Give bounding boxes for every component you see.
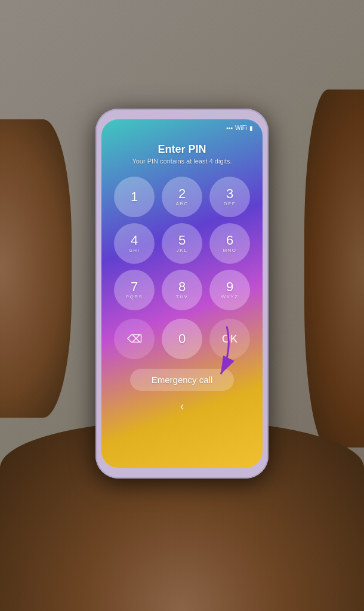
battery-icon: ▮ [249,125,253,131]
key-7-number: 7 [131,280,138,294]
status-bar: ▪▪▪ WiFi ▮ [101,119,263,136]
keypad: 1 2 ABC 3 DEF 4 GHI 5 JKL [101,168,263,319]
key-2[interactable]: 2 ABC [162,177,202,217]
key-8[interactable]: 8 TUV [162,270,202,310]
hand-left [0,119,72,418]
pin-title: Enter PIN [101,143,263,156]
key-9[interactable]: 9 WXYZ [209,270,250,310]
backspace-area: ⌫ [114,319,155,359]
key-5-number: 5 [178,234,186,247]
key-4-letters: GHI [129,248,140,253]
wifi-icon: WiFi [235,125,247,131]
key-6[interactable]: 6 MNO [209,223,250,264]
back-area: ‹ [101,399,263,413]
status-icons: ▪▪▪ WiFi ▮ [226,125,253,131]
key-1-number: 1 [131,190,138,203]
key-3-letters: DEF [224,201,236,206]
key-7[interactable]: 7 PQRS [114,270,155,310]
ok-label: OK [222,333,237,345]
ok-button[interactable]: OK [209,319,250,359]
emergency-area: Emergency call [101,369,263,391]
ok-area: OK [209,319,250,359]
phone-screen: ▪▪▪ WiFi ▮ Enter PIN Your PIN contains a… [101,119,263,468]
key-1[interactable]: 1 [114,177,155,217]
key-8-number: 8 [178,280,186,294]
key-8-letters: TUV [176,294,189,300]
scene: ▪▪▪ WiFi ▮ Enter PIN Your PIN contains a… [0,0,364,611]
back-button[interactable]: ‹ [180,399,184,413]
key-6-letters: MNO [223,248,236,253]
key-5-letters: JKL [177,248,187,253]
key-9-number: 9 [226,280,233,294]
key-2-number: 2 [178,187,186,200]
keypad-bottom-row: ⌫ 0 OK [101,319,263,359]
key-3-number: 3 [226,187,233,200]
key-4[interactable]: 4 GHI [114,223,155,264]
emergency-call-button[interactable]: Emergency call [130,369,235,391]
backspace-icon: ⌫ [127,332,142,345]
phone-body: ▪▪▪ WiFi ▮ Enter PIN Your PIN contains a… [95,109,269,479]
pin-subtitle: Your PIN contains at least 4 digits. [101,158,263,165]
key-0-number: 0 [178,332,186,345]
pin-header: Enter PIN Your PIN contains at least 4 d… [101,136,263,168]
key-9-letters: WXYZ [221,294,238,300]
key-2-letters: ABC [176,201,189,206]
signal-icon: ▪▪▪ [226,125,233,131]
key-7-letters: PQRS [126,294,143,300]
key-5[interactable]: 5 JKL [162,223,202,264]
hand-right [304,90,364,448]
key-4-number: 4 [131,234,138,247]
key-6-number: 6 [226,234,233,247]
backspace-button[interactable]: ⌫ [114,319,155,359]
key-3[interactable]: 3 DEF [209,177,250,217]
key-0[interactable]: 0 [162,319,202,359]
